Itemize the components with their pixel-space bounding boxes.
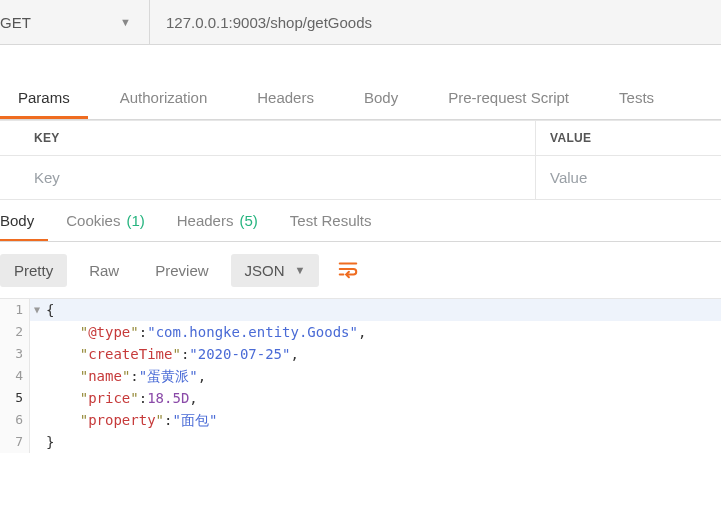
- url-input[interactable]: 127.0.0.1:9003/shop/getGoods: [150, 0, 721, 44]
- tab-body[interactable]: Body: [346, 89, 416, 119]
- json-key: @type: [88, 324, 130, 340]
- raw-button[interactable]: Raw: [75, 254, 133, 287]
- brace-close: }: [46, 434, 54, 450]
- json-value: 2020-07-25: [198, 346, 282, 362]
- chevron-down-icon: ▼: [120, 16, 131, 28]
- tab-response-headers-label: Headers: [177, 212, 234, 229]
- chevron-down-icon: ▼: [295, 264, 306, 276]
- tab-response-tests[interactable]: Test Results: [290, 212, 386, 241]
- method-label: GET: [0, 14, 31, 31]
- code-line: 1 ▼ {: [0, 299, 721, 321]
- code-line: 5 "price":18.5D,: [0, 387, 721, 409]
- params-table: KEY VALUE Key Value: [0, 120, 721, 200]
- line-number: 5: [0, 387, 30, 409]
- tab-response-body[interactable]: Body: [0, 212, 48, 241]
- url-value: 127.0.0.1:9003/shop/getGoods: [166, 14, 372, 31]
- preview-button[interactable]: Preview: [141, 254, 222, 287]
- json-value: com.hongke.entity.Goods: [156, 324, 350, 340]
- code-line: 6 "property":"面包": [0, 409, 721, 431]
- tab-params[interactable]: Params: [0, 89, 88, 119]
- tab-response-cookies[interactable]: Cookies (1): [66, 212, 159, 241]
- tab-tests[interactable]: Tests: [601, 89, 672, 119]
- method-select[interactable]: GET ▼: [0, 0, 150, 44]
- line-number: 4: [0, 365, 30, 387]
- fold-icon[interactable]: ▼: [30, 299, 44, 321]
- tab-headers[interactable]: Headers: [239, 89, 332, 119]
- request-tabs: Params Authorization Headers Body Pre-re…: [0, 80, 721, 120]
- tab-response-headers[interactable]: Headers (5): [177, 212, 272, 241]
- body-toolbar: Pretty Raw Preview JSON ▼: [0, 242, 721, 298]
- wrap-icon: [337, 258, 359, 283]
- params-row: Key Value: [0, 156, 721, 200]
- tab-authorization[interactable]: Authorization: [102, 89, 226, 119]
- json-key: name: [88, 368, 122, 384]
- brace-open: {: [46, 302, 54, 318]
- line-number: 3: [0, 343, 30, 365]
- tab-response-tests-label: Test Results: [290, 212, 372, 229]
- json-key: property: [88, 412, 155, 428]
- key-input[interactable]: Key: [0, 156, 536, 200]
- json-key: price: [88, 390, 130, 406]
- wrap-lines-button[interactable]: [327, 252, 369, 289]
- code-line: 7 }: [0, 431, 721, 453]
- json-value: 18.5D: [147, 390, 189, 406]
- tab-response-body-label: Body: [0, 212, 34, 229]
- tab-response-cookies-label: Cookies: [66, 212, 120, 229]
- format-select[interactable]: JSON ▼: [231, 254, 320, 287]
- tab-prerequest[interactable]: Pre-request Script: [430, 89, 587, 119]
- headers-count: (5): [239, 212, 257, 229]
- code-line: 4 "name":"蛋黄派",: [0, 365, 721, 387]
- pretty-button[interactable]: Pretty: [0, 254, 67, 287]
- cookies-count: (1): [126, 212, 144, 229]
- column-key: KEY: [0, 121, 536, 156]
- line-number: 2: [0, 321, 30, 343]
- json-value: 面包: [181, 412, 209, 428]
- code-line: 3 "createTime":"2020-07-25",: [0, 343, 721, 365]
- value-input[interactable]: Value: [536, 156, 721, 200]
- line-number: 7: [0, 431, 30, 453]
- line-number: 6: [0, 409, 30, 431]
- request-bar: GET ▼ 127.0.0.1:9003/shop/getGoods: [0, 0, 721, 45]
- json-key: createTime: [88, 346, 172, 362]
- json-value: 蛋黄派: [147, 368, 189, 384]
- code-line: 2 "@type":"com.hongke.entity.Goods",: [0, 321, 721, 343]
- response-body[interactable]: 1 ▼ { 2 "@type":"com.hongke.entity.Goods…: [0, 298, 721, 453]
- params-header-row: KEY VALUE: [0, 121, 721, 156]
- response-tabs: Body Cookies (1) Headers (5) Test Result…: [0, 200, 721, 242]
- column-value: VALUE: [536, 121, 721, 156]
- format-label: JSON: [245, 262, 285, 279]
- line-number: 1: [0, 299, 30, 321]
